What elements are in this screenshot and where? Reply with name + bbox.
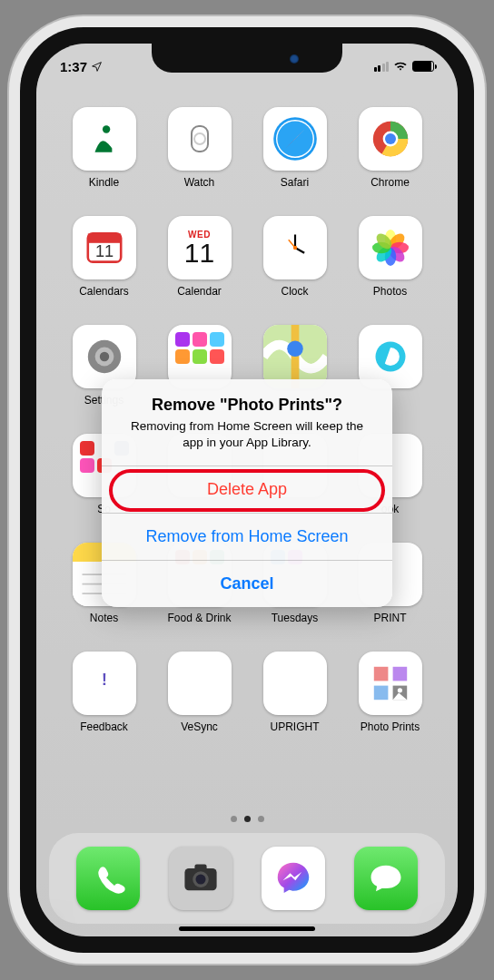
- battery-icon: [412, 61, 434, 72]
- app-label: Safari: [281, 176, 309, 189]
- remove-app-dialog: Remove "Photo Prints"? Removing from Hom…: [102, 379, 392, 607]
- remove-from-home-button[interactable]: Remove from Home Screen: [102, 513, 392, 560]
- delete-app-label: Delete App: [207, 480, 287, 498]
- svg-point-2: [194, 133, 205, 144]
- svg-point-29: [99, 352, 108, 361]
- calendar-date: 11: [184, 240, 214, 267]
- app-calendars[interactable]: 11 Calendars: [56, 211, 152, 319]
- app-watch[interactable]: Watch: [152, 102, 247, 211]
- svg-point-5: [277, 121, 312, 156]
- cellular-icon: [374, 62, 390, 72]
- screen: 1:37 Kindle Watch Safari: [36, 44, 458, 936]
- page-indicator[interactable]: [36, 816, 458, 822]
- notch: [152, 44, 342, 73]
- app-label: UPRIGHT: [271, 720, 320, 733]
- svg-point-31: [287, 341, 303, 358]
- svg-point-10: [385, 133, 396, 144]
- app-label: PRINT: [374, 612, 407, 624]
- dialog-title: Remove "Photo Prints"?: [120, 396, 374, 415]
- svg-text:!: !: [102, 671, 107, 689]
- app-safari[interactable]: Safari: [247, 102, 342, 211]
- home-indicator[interactable]: [179, 926, 315, 931]
- dock-messenger[interactable]: [262, 847, 325, 910]
- device-frame: 1:37 Kindle Watch Safari: [20, 27, 474, 953]
- svg-rect-44: [392, 667, 407, 681]
- svg-marker-42: [286, 670, 303, 697]
- app-label: Photos: [373, 285, 407, 298]
- svg-point-0: [102, 125, 109, 132]
- svg-point-47: [397, 688, 401, 692]
- app-vesync[interactable]: VeSync: [152, 646, 247, 755]
- cancel-button[interactable]: Cancel: [102, 560, 392, 607]
- svg-point-50: [196, 875, 206, 885]
- app-clock[interactable]: Clock: [247, 211, 342, 319]
- svg-point-18: [292, 246, 296, 250]
- app-label: Food & Drink: [167, 612, 231, 624]
- app-feedback[interactable]: ! Feedback: [56, 646, 152, 755]
- app-label: VeSync: [181, 720, 218, 733]
- app-label: Chrome: [370, 176, 410, 189]
- svg-text:11: 11: [94, 242, 113, 260]
- svg-rect-45: [373, 686, 388, 701]
- dialog-message: Removing from Home Screen will keep the …: [120, 418, 374, 451]
- app-label: Calendar: [177, 285, 222, 298]
- app-photos[interactable]: Photos: [342, 211, 438, 319]
- app-chrome[interactable]: Chrome: [342, 102, 438, 211]
- svg-rect-12: [87, 233, 120, 242]
- app-photo-prints[interactable]: Photo Prints: [342, 646, 438, 755]
- app-label: Clock: [281, 285, 308, 298]
- app-calendar[interactable]: WED 11 Calendar: [152, 211, 247, 319]
- app-kindle[interactable]: Kindle: [56, 102, 152, 211]
- remove-from-home-label: Remove from Home Screen: [145, 527, 348, 545]
- dock: [49, 833, 445, 924]
- app-label: Feedback: [80, 720, 128, 733]
- status-time: 1:37: [60, 59, 87, 74]
- app-upright[interactable]: UPRIGHT: [247, 646, 342, 755]
- location-icon: [91, 61, 103, 73]
- svg-rect-51: [194, 865, 206, 871]
- dock-messages[interactable]: [354, 847, 418, 910]
- delete-app-button[interactable]: Delete App: [102, 466, 392, 513]
- app-label: Tuesdays: [272, 612, 319, 624]
- app-label: Photo Prints: [361, 720, 420, 733]
- app-label: Notes: [90, 612, 118, 624]
- app-label: Calendars: [79, 285, 129, 298]
- app-label: Watch: [184, 176, 215, 189]
- dock-phone[interactable]: [76, 847, 140, 910]
- app-label: Kindle: [89, 176, 119, 189]
- dock-camera[interactable]: [169, 847, 232, 910]
- cancel-label: Cancel: [220, 574, 273, 593]
- wifi-icon: [393, 61, 408, 72]
- svg-rect-43: [373, 667, 388, 681]
